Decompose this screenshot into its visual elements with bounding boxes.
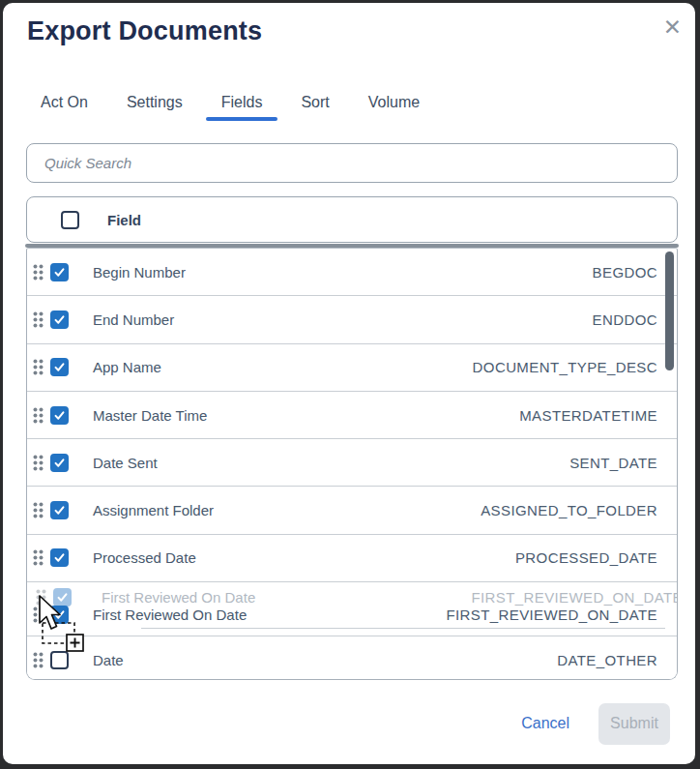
field-checkbox[interactable] [50, 501, 69, 519]
checkmark-icon [52, 456, 67, 470]
list-header-label: Field [107, 212, 141, 228]
checkmark-icon [52, 408, 67, 423]
field-checkbox[interactable] [50, 263, 69, 281]
field-code: ENDDOC [593, 311, 657, 328]
drag-copy-cursor-icon [34, 591, 88, 653]
drag-handle-icon[interactable] [33, 549, 44, 566]
field-row: Date DATE_OTHER [27, 636, 677, 680]
drag-handle-icon[interactable] [33, 264, 44, 281]
field-row: End Number ENDDOC [27, 296, 677, 343]
submit-button[interactable]: Submit [598, 703, 670, 745]
field-code: FIRST_REVIEWED_ON_DATE [446, 606, 657, 623]
tab-fields[interactable]: Fields [221, 92, 263, 117]
field-row: Date Sent SENT_DATE [27, 439, 677, 487]
field-rows: Date DATE_OTHER [27, 636, 677, 680]
list-header: Field [26, 196, 678, 243]
field-row: App Name DOCUMENT_TYPE_DESC [27, 344, 677, 392]
field-code: DOCUMENT_TYPE_DESC [473, 359, 657, 375]
field-checkbox[interactable] [50, 406, 69, 425]
checkmark-icon [52, 503, 67, 518]
field-name: Date Sent [93, 455, 158, 471]
checkmark-icon [52, 360, 67, 374]
field-code: DATE_OTHER [557, 652, 657, 668]
tab-sort[interactable]: Sort [301, 92, 329, 117]
drop-indicator [141, 628, 665, 629]
drag-zone: First Reviewed On Date FIRST_REVIEWED_ON… [27, 582, 677, 636]
tab-volume[interactable]: Volume [368, 92, 420, 117]
checkmark-icon [52, 312, 67, 327]
drag-handle-icon[interactable] [33, 455, 44, 471]
dialog-footer: Cancel Submit [521, 702, 670, 745]
field-code: SENT_DATE [569, 455, 657, 471]
scrollbar-thumb[interactable] [665, 251, 674, 370]
field-checkbox[interactable] [50, 651, 69, 669]
select-all-checkbox[interactable] [61, 211, 79, 229]
drag-handle-icon[interactable] [33, 407, 44, 424]
field-name: End Number [93, 311, 174, 328]
field-name: Master Date Time [93, 407, 207, 424]
field-checkbox[interactable] [50, 358, 69, 376]
field-rows: Begin Number BEGDOC End Number ENDDOC [27, 249, 677, 582]
tab-settings[interactable]: Settings [127, 92, 183, 117]
close-icon[interactable]: ✕ [663, 16, 682, 39]
field-row: Processed Date PROCESSED_DATE [27, 535, 677, 582]
page-title: Export Documents [27, 16, 262, 46]
drag-handle-icon[interactable] [33, 311, 44, 328]
field-name: Assignment Folder [93, 502, 214, 518]
tab-bar: Act OnSettingsFieldsSortVolume [41, 92, 420, 117]
field-name: Processed Date [93, 549, 196, 566]
field-checkbox[interactable] [50, 548, 69, 567]
drag-handle-icon[interactable] [33, 652, 44, 668]
tab-act-on[interactable]: Act On [41, 92, 88, 117]
field-row: Begin Number BEGDOC [27, 249, 677, 296]
field-row: Master Date Time MASTERDATETIME [27, 392, 677, 439]
dragged-row[interactable]: First Reviewed On Date FIRST_REVIEWED_ON… [27, 599, 677, 630]
field-code: PROCESSED_DATE [515, 549, 657, 566]
field-code: ASSIGNED_TO_FOLDER [481, 502, 657, 518]
drag-handle-icon[interactable] [33, 502, 44, 518]
field-name: Date [93, 652, 124, 668]
search-input[interactable] [26, 143, 678, 183]
field-name: App Name [93, 359, 161, 375]
field-checkbox[interactable] [50, 311, 69, 329]
cancel-button[interactable]: Cancel [521, 715, 569, 732]
field-list: Begin Number BEGDOC End Number ENDDOC [26, 248, 678, 680]
drag-handle-icon[interactable] [33, 359, 44, 375]
checkmark-icon [52, 550, 67, 565]
field-name: Begin Number [93, 264, 186, 281]
field-row: Assignment Folder ASSIGNED_TO_FOLDER [27, 487, 677, 534]
field-code: BEGDOC [593, 264, 657, 281]
checkmark-icon [52, 265, 67, 280]
export-documents-dialog: Export Documents ✕ Act OnSettingsFieldsS… [3, 3, 695, 764]
field-checkbox[interactable] [50, 454, 69, 472]
field-code: MASTERDATETIME [519, 407, 657, 424]
field-name: First Reviewed On Date [93, 606, 247, 623]
